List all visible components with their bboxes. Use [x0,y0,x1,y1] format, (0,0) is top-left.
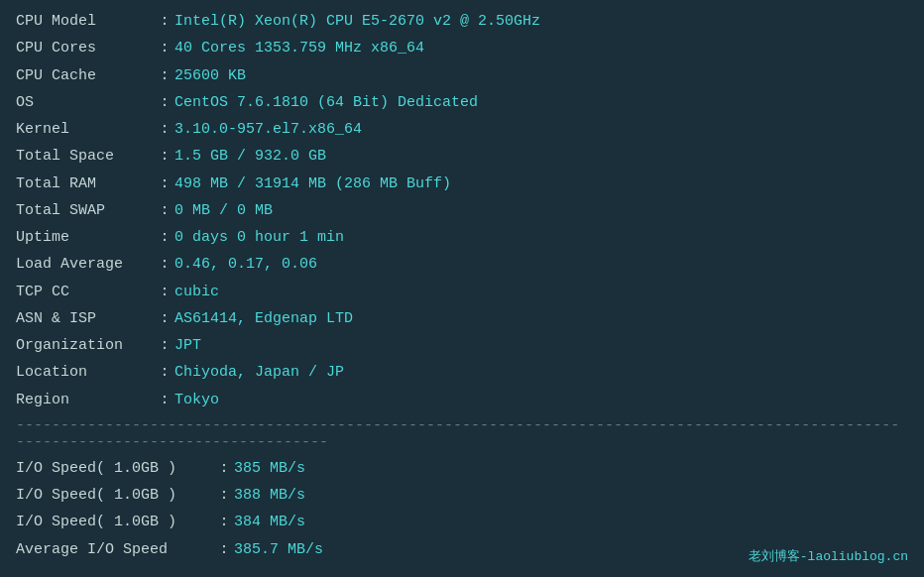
info-colon: : [155,8,174,35]
info-value: 0 days 0 hour 1 min [174,224,908,251]
info-value: 0 MB / 0 MB [174,197,908,224]
info-label: Total RAM [16,171,155,197]
info-value: 3.10.0-957.el7.x86_64 [174,116,908,143]
info-value: cubic [174,279,908,305]
io-value: 385 MB/s [234,455,908,482]
info-colon: : [155,251,174,278]
info-row: Organization:JPT [16,332,908,359]
io-colon: : [214,536,234,563]
info-label: CPU Cores [16,35,155,61]
info-row: Total Space:1.5 GB / 932.0 GB [16,143,908,170]
io-row: I/O Speed( 1.0GB ):388 MB/s [16,482,908,509]
info-value: Tokyo [174,387,908,413]
info-row: Uptime:0 days 0 hour 1 min [16,224,908,251]
io-row: I/O Speed( 1.0GB ):384 MB/s [16,509,908,535]
info-label: Uptime [16,224,155,251]
info-colon: : [155,116,174,143]
io-value: 384 MB/s [234,509,908,535]
io-row: I/O Speed( 1.0GB ):385 MB/s [16,455,908,482]
info-colon: : [155,359,174,386]
info-row: Load Average:0.46, 0.17, 0.06 [16,251,908,278]
info-colon: : [155,35,174,61]
info-row: CPU Cache:25600 KB [16,62,908,89]
watermark: 老刘博客-laoliublog.cn [749,547,908,565]
info-colon: : [155,62,174,89]
info-row: CPU Cores:40 Cores 1353.759 MHz x86_64 [16,35,908,61]
io-label: I/O Speed( 1.0GB ) [16,455,214,482]
info-row: ASN & ISP:AS61414, Edgenap LTD [16,305,908,332]
info-value: 498 MB / 31914 MB (286 MB Buff) [174,171,908,197]
info-value: 0.46, 0.17, 0.06 [174,251,908,278]
info-row: TCP CC:cubic [16,279,908,305]
info-value: Chiyoda, Japan / JP [174,359,908,386]
info-colon: : [155,143,174,170]
system-info-table: CPU Model:Intel(R) Xeon(R) CPU E5-2670 v… [16,8,908,413]
info-colon: : [155,305,174,332]
info-value: JPT [174,332,908,359]
info-row: Total RAM:498 MB / 31914 MB (286 MB Buff… [16,171,908,197]
info-row: OS:CentOS 7.6.1810 (64 Bit) Dedicated [16,89,908,116]
io-colon: : [214,509,234,535]
divider: ----------------------------------------… [16,413,908,455]
info-colon: : [155,279,174,305]
info-value: AS61414, Edgenap LTD [174,305,908,332]
io-value: 388 MB/s [234,482,908,509]
info-label: Total SWAP [16,197,155,224]
info-row: Kernel:3.10.0-957.el7.x86_64 [16,116,908,143]
info-label: Location [16,359,155,386]
info-row: Location:Chiyoda, Japan / JP [16,359,908,386]
info-colon: : [155,171,174,197]
info-value: CentOS 7.6.1810 (64 Bit) Dedicated [174,89,908,116]
info-colon: : [155,224,174,251]
info-colon: : [155,332,174,359]
info-label: Total Space [16,143,155,170]
info-label: ASN & ISP [16,305,155,332]
info-value: Intel(R) Xeon(R) CPU E5-2670 v2 @ 2.50GH… [174,8,908,35]
info-row: Total SWAP:0 MB / 0 MB [16,197,908,224]
info-row: CPU Model:Intel(R) Xeon(R) CPU E5-2670 v… [16,8,908,35]
info-value: 25600 KB [174,62,908,89]
info-label: OS [16,89,155,116]
info-label: CPU Cache [16,62,155,89]
info-value: 40 Cores 1353.759 MHz x86_64 [174,35,908,61]
io-colon: : [214,455,234,482]
io-label: Average I/O Speed [16,536,214,563]
info-colon: : [155,387,174,413]
info-label: Organization [16,332,155,359]
info-colon: : [155,89,174,116]
info-label: Load Average [16,251,155,278]
info-colon: : [155,197,174,224]
info-label: Kernel [16,116,155,143]
info-row: Region:Tokyo [16,387,908,413]
io-label: I/O Speed( 1.0GB ) [16,509,214,535]
io-colon: : [214,482,234,509]
info-value: 1.5 GB / 932.0 GB [174,143,908,170]
info-label: TCP CC [16,279,155,305]
info-label: CPU Model [16,8,155,35]
info-label: Region [16,387,155,413]
io-label: I/O Speed( 1.0GB ) [16,482,214,509]
